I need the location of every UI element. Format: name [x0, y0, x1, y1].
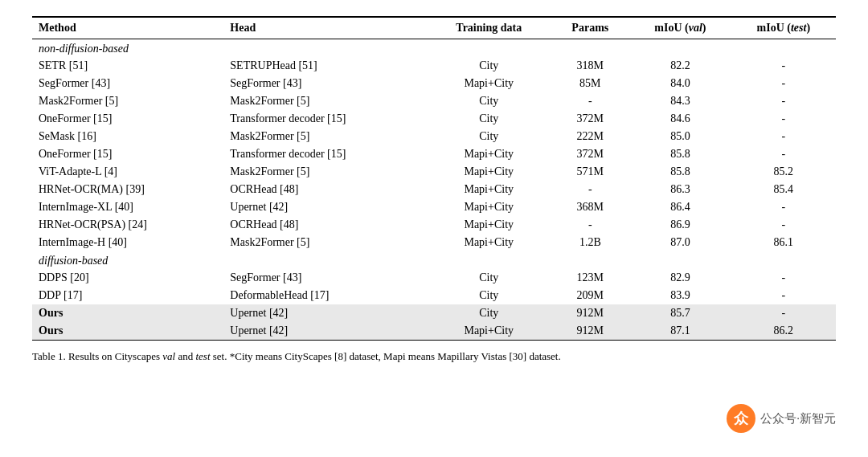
cell-method: Ours — [32, 322, 223, 341]
table-row: DDPS [20]SegFormer [43]City123M82.9- — [32, 269, 836, 287]
table-row: SETR [51]SETRUPHead [51]City318M82.2- — [32, 57, 836, 75]
cell-miou-val: 85.8 — [629, 163, 731, 181]
cell-miou-test: - — [731, 304, 836, 322]
cell-params: 912M — [551, 322, 629, 341]
cell-method: DDP [17] — [32, 287, 223, 304]
cell-head: Mask2Former [5] — [223, 234, 427, 251]
cell-params: 912M — [551, 304, 629, 322]
cell-method: DDPS [20] — [32, 269, 223, 287]
cell-miou-test: - — [731, 287, 836, 304]
results-table: Method Head Training data Params mIoU (v… — [32, 16, 836, 341]
cell-miou-test: - — [731, 198, 836, 216]
cell-training: Mapi+City — [427, 234, 551, 251]
caption-text: Table 1. Results on Cityscapes val and t… — [32, 350, 561, 362]
cell-params: 372M — [551, 110, 629, 128]
table-row: InternImage-H [40]Mask2Former [5]Mapi+Ci… — [32, 234, 836, 251]
cell-miou-test: - — [731, 110, 836, 128]
cell-training: City — [427, 287, 551, 304]
cell-head: Mask2Former [5] — [223, 128, 427, 145]
cell-head: OCRHead [48] — [223, 181, 427, 198]
cell-params: - — [551, 216, 629, 234]
cell-head: SegFormer [43] — [223, 75, 427, 92]
cell-training: City — [427, 269, 551, 287]
cell-params: 571M — [551, 163, 629, 181]
cell-params: 222M — [551, 128, 629, 145]
cell-params: 368M — [551, 198, 629, 216]
cell-miou-test: 85.2 — [731, 163, 836, 181]
cell-method: SeMask [16] — [32, 128, 223, 145]
cell-miou-test: - — [731, 216, 836, 234]
cell-method: Ours — [32, 304, 223, 322]
cell-miou-val: 82.2 — [629, 57, 731, 75]
cell-training: Mapi+City — [427, 145, 551, 163]
table-row: HRNet-OCR(PSA) [24]OCRHead [48]Mapi+City… — [32, 216, 836, 234]
cell-method: HRNet-OCR(PSA) [24] — [32, 216, 223, 234]
table-row: OursUpernet [42]City912M85.7- — [32, 304, 836, 322]
cell-miou-val: 86.4 — [629, 198, 731, 216]
cell-params: - — [551, 92, 629, 110]
cell-params: - — [551, 181, 629, 198]
cell-head: OCRHead [48] — [223, 216, 427, 234]
table-row: OneFormer [15]Transformer decoder [15]Ma… — [32, 145, 836, 163]
cell-training: City — [427, 57, 551, 75]
cell-miou-test: - — [731, 128, 836, 145]
cell-head: Mask2Former [5] — [223, 92, 427, 110]
cell-params: 318M — [551, 57, 629, 75]
cell-miou-test: - — [731, 75, 836, 92]
cell-method: ViT-Adapte-L [4] — [32, 163, 223, 181]
col-head: Head — [223, 17, 427, 39]
table-row: DDP [17]DeformableHead [17]City209M83.9- — [32, 287, 836, 304]
cell-miou-val: 87.0 — [629, 234, 731, 251]
watermark-icon-text: 众 — [734, 409, 748, 428]
cell-method: HRNet-OCR(MA) [39] — [32, 181, 223, 198]
cell-training: Mapi+City — [427, 198, 551, 216]
col-method: Method — [32, 17, 223, 39]
cell-training: City — [427, 128, 551, 145]
table-row: InternImage-XL [40]Upernet [42]Mapi+City… — [32, 198, 836, 216]
watermark-label: 公众号·新智元 — [760, 411, 836, 426]
cell-method: Mask2Former [5] — [32, 92, 223, 110]
cell-method: InternImage-H [40] — [32, 234, 223, 251]
cell-method: SegFormer [43] — [32, 75, 223, 92]
cell-miou-val: 84.6 — [629, 110, 731, 128]
cell-miou-test: 86.2 — [731, 322, 836, 341]
cell-miou-val: 82.9 — [629, 269, 731, 287]
cell-training: City — [427, 92, 551, 110]
cell-miou-test: 85.4 — [731, 181, 836, 198]
section-label: diffusion-based — [32, 251, 836, 269]
cell-miou-val: 83.9 — [629, 287, 731, 304]
cell-miou-val: 86.9 — [629, 216, 731, 234]
cell-miou-val: 85.7 — [629, 304, 731, 322]
table-caption: Table 1. Results on Cityscapes val and t… — [32, 349, 836, 365]
cell-training: City — [427, 304, 551, 322]
cell-params: 85M — [551, 75, 629, 92]
cell-miou-val: 85.0 — [629, 128, 731, 145]
cell-training: Mapi+City — [427, 181, 551, 198]
section-label: non-diffusion-based — [32, 39, 836, 58]
col-params: Params — [551, 17, 629, 39]
watermark-icon: 众 — [727, 404, 755, 433]
cell-miou-val: 85.8 — [629, 145, 731, 163]
cell-head: Mask2Former [5] — [223, 163, 427, 181]
cell-training: Mapi+City — [427, 216, 551, 234]
cell-head: DeformableHead [17] — [223, 287, 427, 304]
cell-miou-test: - — [731, 92, 836, 110]
cell-method: OneFormer [15] — [32, 110, 223, 128]
cell-head: Upernet [42] — [223, 322, 427, 341]
cell-method: OneFormer [15] — [32, 145, 223, 163]
cell-training: Mapi+City — [427, 163, 551, 181]
table-header-row: Method Head Training data Params mIoU (v… — [32, 17, 836, 39]
watermark: 众 公众号·新智元 — [727, 404, 836, 433]
cell-head: SETRUPHead [51] — [223, 57, 427, 75]
table-row: OursUpernet [42]Mapi+City912M87.186.2 — [32, 322, 836, 341]
cell-params: 1.2B — [551, 234, 629, 251]
cell-miou-val: 87.1 — [629, 322, 731, 341]
table-row: HRNet-OCR(MA) [39]OCRHead [48]Mapi+City-… — [32, 181, 836, 198]
cell-params: 209M — [551, 287, 629, 304]
cell-miou-test: - — [731, 57, 836, 75]
table-row: ViT-Adapte-L [4]Mask2Former [5]Mapi+City… — [32, 163, 836, 181]
col-miou-val: mIoU (val) — [629, 17, 731, 39]
cell-miou-test: - — [731, 269, 836, 287]
cell-training: City — [427, 110, 551, 128]
cell-method: SETR [51] — [32, 57, 223, 75]
